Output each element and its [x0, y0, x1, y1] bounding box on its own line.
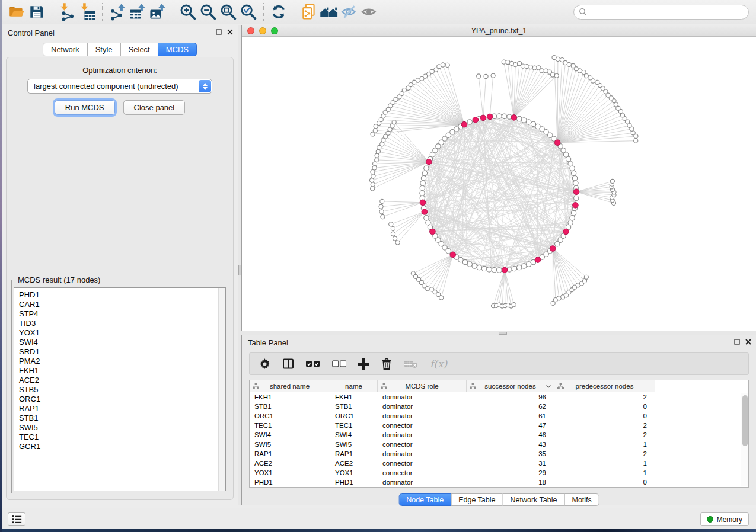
mcds-result-item[interactable]: TID3	[14, 319, 225, 328]
mcds-result-item[interactable]: RAP1	[14, 404, 225, 414]
cell-predecessor-nodes[interactable]: 1	[554, 468, 655, 477]
cell-successor-nodes[interactable]: 62	[467, 402, 554, 411]
cell-name[interactable]: SWI4	[330, 430, 378, 440]
delete-table-button[interactable]	[404, 359, 418, 368]
cell-name[interactable]: PHD1	[330, 477, 378, 487]
memory-button[interactable]: Memory	[700, 512, 749, 526]
column-header-predecessor-nodes[interactable]: predecessor nodes	[554, 380, 655, 392]
cell-successor-nodes[interactable]: 96	[467, 392, 554, 402]
mcds-result-item[interactable]: ORC1	[14, 395, 225, 404]
mcds-result-item[interactable]: GCR1	[14, 442, 225, 451]
cell-shared-name[interactable]: FKH1	[250, 392, 330, 402]
tab-network[interactable]: Network	[43, 43, 88, 56]
mcds-result-item[interactable]: STB5	[14, 385, 225, 395]
cell-successor-nodes[interactable]: 61	[467, 411, 554, 421]
cell-name[interactable]: RAP1	[330, 449, 378, 459]
save-session-button[interactable]	[27, 2, 47, 22]
tab-style[interactable]: Style	[87, 43, 121, 56]
float-panel-icon[interactable]	[734, 339, 740, 345]
zoom-selected-button[interactable]	[238, 2, 259, 22]
tab-node-table[interactable]: Node Table	[398, 493, 451, 506]
close-panel-icon[interactable]	[745, 339, 751, 345]
cell-MCDS-role[interactable]: connector	[378, 421, 467, 430]
cell-shared-name[interactable]: SWI4	[250, 430, 330, 440]
close-panel-icon[interactable]	[227, 29, 233, 35]
mcds-result-item[interactable]: SWI4	[14, 338, 225, 347]
mcds-result-item[interactable]: PHD1	[14, 290, 225, 300]
delete-column-button[interactable]	[381, 358, 392, 370]
cell-MCDS-role[interactable]: dominator	[378, 430, 467, 440]
function-builder-button[interactable]: f(x)	[430, 358, 447, 370]
table-row[interactable]: STB1STB1dominator620	[250, 402, 748, 411]
table-row[interactable]: SWI5SWI5connector431	[250, 440, 748, 449]
cell-MCDS-role[interactable]: dominator	[378, 402, 467, 411]
cell-shared-name[interactable]: ORC1	[250, 411, 330, 421]
zoom-fit-button[interactable]	[218, 2, 238, 22]
column-header-MCDS-role[interactable]: MCDS role	[378, 380, 467, 392]
tab-mcds[interactable]: MCDS	[158, 43, 197, 56]
search-input[interactable]	[587, 6, 748, 18]
mcds-result-item[interactable]: FKH1	[14, 366, 225, 376]
cell-shared-name[interactable]: ACE2	[250, 459, 330, 468]
mcds-result-item[interactable]: CAR1	[14, 300, 225, 309]
cell-predecessor-nodes[interactable]: 0	[554, 402, 655, 411]
show-panels-button[interactable]	[8, 512, 25, 526]
cell-successor-nodes[interactable]: 35	[467, 449, 554, 459]
table-row[interactable]: PHD1PHD1dominator180	[250, 477, 748, 487]
export-network-button[interactable]	[107, 2, 127, 22]
deselect-all-button[interactable]	[332, 360, 346, 367]
mcds-result-item[interactable]: TEC1	[14, 432, 225, 442]
first-neighbors-button[interactable]	[319, 2, 339, 22]
cell-successor-nodes[interactable]: 43	[467, 440, 554, 449]
cell-MCDS-role[interactable]: connector	[378, 440, 467, 449]
cell-successor-nodes[interactable]: 46	[467, 430, 554, 440]
table-settings-button[interactable]	[259, 358, 270, 370]
table-row[interactable]: FKH1FKH1dominator962	[250, 392, 748, 402]
mcds-result-item[interactable]: ACE2	[14, 376, 225, 385]
cell-predecessor-nodes[interactable]: 0	[554, 477, 655, 487]
show-all-button[interactable]	[359, 2, 379, 22]
cell-MCDS-role[interactable]: connector	[378, 468, 467, 477]
cell-predecessor-nodes[interactable]: 2	[554, 392, 655, 402]
tab-edge-table[interactable]: Edge Table	[451, 493, 503, 506]
cell-successor-nodes[interactable]: 29	[467, 468, 554, 477]
cell-MCDS-role[interactable]: dominator	[378, 411, 467, 421]
network-canvas[interactable]	[242, 37, 756, 331]
cell-shared-name[interactable]: YOX1	[250, 468, 330, 477]
column-layout-button[interactable]	[282, 358, 294, 370]
add-column-button[interactable]	[358, 358, 369, 370]
cell-shared-name[interactable]: RAP1	[250, 449, 330, 459]
network-graph[interactable]	[242, 37, 756, 331]
open-file-button[interactable]	[7, 2, 27, 22]
cell-predecessor-nodes[interactable]: 1	[554, 440, 655, 449]
table-row[interactable]: SWI4SWI4dominator462	[250, 430, 748, 440]
cell-shared-name[interactable]: PHD1	[250, 477, 330, 487]
mcds-result-item[interactable]: STP4	[14, 309, 225, 319]
table-scrollbar-thumb[interactable]	[742, 395, 748, 446]
list-scrollbar[interactable]	[218, 288, 225, 491]
cell-name[interactable]: SWI5	[330, 440, 378, 449]
cell-name[interactable]: ACE2	[330, 459, 378, 468]
import-table-button[interactable]	[77, 2, 97, 22]
optimization-criterion-select[interactable]: largest connected component (undirected)	[27, 79, 212, 94]
cell-name[interactable]: ORC1	[330, 411, 378, 421]
cell-successor-nodes[interactable]: 31	[467, 459, 554, 468]
cell-MCDS-role[interactable]: dominator	[378, 392, 467, 402]
table-row[interactable]: ACE2ACE2connector311	[250, 459, 748, 468]
float-panel-icon[interactable]	[216, 29, 222, 35]
table-row[interactable]: RAP1RAP1dominator352	[250, 449, 748, 459]
tab-motifs[interactable]: Motifs	[564, 493, 599, 506]
new-network-from-selection-button[interactable]	[299, 2, 319, 22]
cell-predecessor-nodes[interactable]: 2	[554, 421, 655, 430]
select-all-button[interactable]	[306, 360, 320, 367]
cell-MCDS-role[interactable]: dominator	[378, 477, 467, 487]
mcds-result-item[interactable]: SWI5	[14, 423, 225, 432]
import-network-button[interactable]	[57, 2, 77, 22]
cell-name[interactable]: TEC1	[330, 421, 378, 430]
cell-shared-name[interactable]: SWI5	[250, 440, 330, 449]
mcds-result-item[interactable]: STB1	[14, 414, 225, 423]
cell-MCDS-role[interactable]: connector	[378, 459, 467, 468]
cell-name[interactable]: FKH1	[330, 392, 378, 402]
cell-predecessor-nodes[interactable]: 2	[554, 449, 655, 459]
horizontal-splitter[interactable]	[241, 331, 756, 335]
